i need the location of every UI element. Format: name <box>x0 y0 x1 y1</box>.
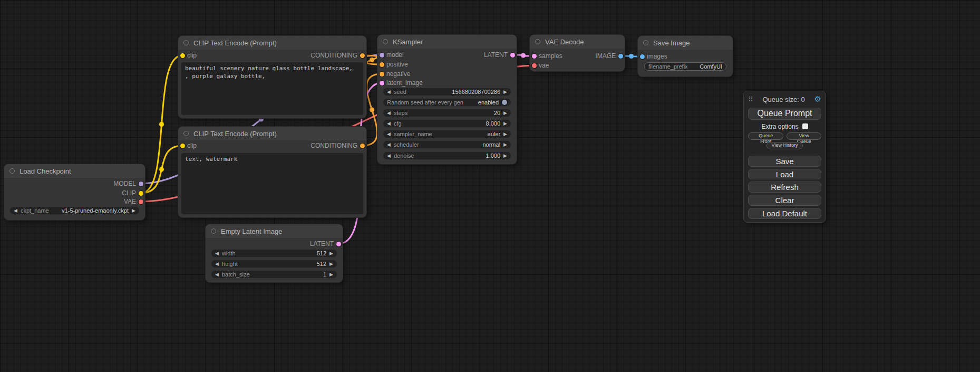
decrement-arrow-icon[interactable]: ◀ <box>215 272 219 277</box>
decrement-arrow-icon[interactable]: ◀ <box>387 142 391 147</box>
node-empty-latent-image[interactable]: Empty Latent Image LATENT ◀ width 512 ▶ … <box>206 224 343 282</box>
increment-arrow-icon[interactable]: ▶ <box>503 111 507 116</box>
decrement-arrow-icon[interactable]: ◀ <box>387 111 391 116</box>
refresh-button[interactable]: Refresh <box>748 182 821 193</box>
width-widget[interactable]: ◀ width 512 ▶ <box>211 249 337 257</box>
collapse-dot-icon[interactable] <box>211 228 216 234</box>
load-default-button[interactable]: Load Default <box>748 208 821 219</box>
collapse-dot-icon[interactable] <box>9 168 15 174</box>
extra-options-checkbox[interactable] <box>802 123 808 129</box>
vae-output-slot[interactable] <box>139 199 143 204</box>
node-title-bar[interactable]: CLIP Text Encode (Prompt) <box>178 127 366 140</box>
clip-input-slot[interactable] <box>180 53 185 58</box>
node-title-bar[interactable]: CLIP Text Encode (Prompt) <box>178 36 366 50</box>
load-button[interactable]: Load <box>748 169 821 180</box>
widget-value: 8.000 <box>486 120 501 127</box>
node-title-bar[interactable]: KSampler <box>377 35 517 49</box>
increment-arrow-icon[interactable]: ▶ <box>329 251 333 256</box>
positive-input-slot[interactable] <box>380 62 384 67</box>
view-history-row: View History <box>748 142 821 149</box>
decrement-arrow-icon[interactable]: ◀ <box>387 90 391 94</box>
node-title: Empty Latent Image <box>221 227 282 235</box>
queue-front-button[interactable]: Queue Front <box>748 132 783 140</box>
collapse-dot-icon[interactable] <box>535 39 540 44</box>
denoise-widget[interactable]: ◀ denoise 1.000 ▶ <box>383 151 511 160</box>
node-clip-text-encode-negative[interactable]: CLIP Text Encode (Prompt) clip CONDITION… <box>178 127 366 217</box>
latent-image-input-slot[interactable] <box>380 81 384 85</box>
clip-input-slot[interactable] <box>180 144 185 148</box>
ckpt-name-widget[interactable]: ◀ ckpt_name v1-5-pruned-emaonly.ckpt ▶ <box>9 206 140 215</box>
random-seed-toggle-widget[interactable]: Random seed after every gen enabled <box>383 98 511 107</box>
decrement-arrow-icon[interactable]: ◀ <box>215 251 219 256</box>
latent-output-slot[interactable] <box>510 53 515 58</box>
sampler-name-widget[interactable]: ◀ sampler_name euler ▶ <box>383 130 511 138</box>
decrement-arrow-icon[interactable]: ◀ <box>14 208 17 213</box>
node-vae-decode[interactable]: VAE Decode samples vae IMAGE <box>530 35 625 71</box>
collapse-dot-icon[interactable] <box>383 39 388 44</box>
model-input-slot[interactable] <box>380 53 384 58</box>
node-title-bar[interactable]: Empty Latent Image <box>206 224 343 238</box>
model-output-slot[interactable] <box>139 182 143 186</box>
negative-input-slot[interactable] <box>380 72 384 77</box>
seed-widget[interactable]: ◀ seed 156680208700286 ▶ <box>383 88 511 96</box>
decrement-arrow-icon[interactable]: ◀ <box>387 154 391 158</box>
wire-clip-negative-midpoint <box>159 167 164 172</box>
node-ksampler[interactable]: KSampler model positive negative latent_… <box>377 35 517 164</box>
clip-output-slot[interactable] <box>139 191 143 196</box>
node-title-bar[interactable]: VAE Decode <box>530 35 625 49</box>
widget-value: 512 <box>317 250 326 256</box>
height-widget[interactable]: ◀ height 512 ▶ <box>211 260 337 268</box>
decrement-arrow-icon[interactable]: ◀ <box>387 121 391 126</box>
slot-row: clip <box>178 51 197 60</box>
increment-arrow-icon[interactable]: ▶ <box>503 121 507 126</box>
collapse-dot-icon[interactable] <box>183 40 189 45</box>
increment-arrow-icon[interactable]: ▶ <box>503 154 507 158</box>
images-input-slot[interactable] <box>640 54 645 59</box>
collapse-dot-icon[interactable] <box>183 131 189 136</box>
increment-arrow-icon[interactable]: ▶ <box>329 262 333 266</box>
decrement-arrow-icon[interactable]: ◀ <box>387 132 391 137</box>
increment-arrow-icon[interactable]: ▶ <box>329 272 333 277</box>
view-history-button[interactable]: View History <box>766 142 803 149</box>
widget-label: width <box>222 250 236 256</box>
prompt-textarea[interactable]: text, watermark <box>181 153 363 214</box>
prompt-textarea[interactable]: beautiful scenery nature glass bottle la… <box>181 62 363 115</box>
node-title-bar[interactable]: Save Image <box>638 36 733 50</box>
conditioning-output-slot[interactable] <box>360 144 365 148</box>
vae-input-slot[interactable] <box>532 63 537 68</box>
node-save-image[interactable]: Save Image images filename_prefix ComfyU… <box>638 36 733 77</box>
view-queue-button[interactable]: View Queue <box>787 132 821 140</box>
slot-row: positive <box>377 60 408 69</box>
node-load-checkpoint[interactable]: Load Checkpoint MODEL CLIP VAE ◀ ckpt_na… <box>4 164 145 220</box>
increment-arrow-icon[interactable]: ▶ <box>132 208 135 213</box>
scheduler-widget[interactable]: ◀ scheduler normal ▶ <box>383 140 511 149</box>
queue-prompt-button[interactable]: Queue Prompt <box>748 108 821 120</box>
batch-size-widget[interactable]: ◀ batch_size 1 ▶ <box>211 270 337 279</box>
image-output-slot[interactable] <box>618 54 623 59</box>
conditioning-output-slot[interactable] <box>360 53 365 58</box>
slot-label-vae: vae <box>539 62 549 69</box>
latent-output-slot[interactable] <box>336 242 341 246</box>
gear-icon[interactable]: ⚙ <box>814 94 821 104</box>
cfg-widget[interactable]: ◀ cfg 8.000 ▶ <box>383 119 511 128</box>
wire-positive-conditioning-midpoint <box>370 58 374 62</box>
slot-label-clip: clip <box>187 52 197 59</box>
save-button[interactable]: Save <box>748 156 821 167</box>
drag-handle-icon[interactable]: ⠿ <box>748 96 753 103</box>
decrement-arrow-icon[interactable]: ◀ <box>215 262 219 266</box>
increment-arrow-icon[interactable]: ▶ <box>503 90 507 94</box>
steps-widget[interactable]: ◀ steps 20 ▶ <box>383 109 511 117</box>
clear-button[interactable]: Clear <box>748 195 821 206</box>
increment-arrow-icon[interactable]: ▶ <box>503 142 507 147</box>
wire-negative-conditioning-midpoint <box>370 108 374 112</box>
filename-prefix-widget[interactable]: filename_prefix ComfyUI <box>644 62 726 71</box>
collapse-dot-icon[interactable] <box>643 40 648 45</box>
widget-label: denoise <box>394 152 414 159</box>
slot-label-image: IMAGE <box>595 52 616 60</box>
increment-arrow-icon[interactable]: ▶ <box>503 132 507 137</box>
toggle-knob-icon[interactable] <box>502 100 507 105</box>
node-title-bar[interactable]: Load Checkpoint <box>4 164 145 178</box>
node-clip-text-encode-positive[interactable]: CLIP Text Encode (Prompt) clip CONDITION… <box>178 36 366 118</box>
node-graph-canvas[interactable]: Load Checkpoint MODEL CLIP VAE ◀ ckpt_na… <box>0 0 980 372</box>
samples-input-slot[interactable] <box>532 54 537 59</box>
